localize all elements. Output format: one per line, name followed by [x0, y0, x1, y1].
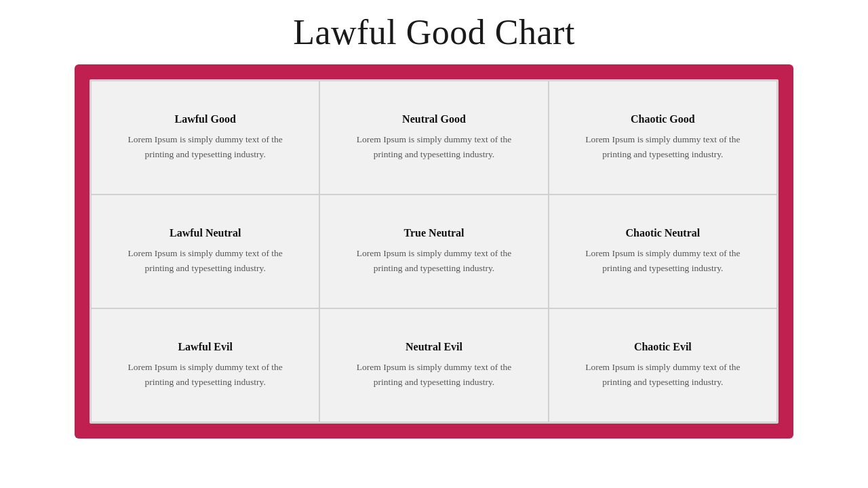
cell-lawful-evil: Lawful EvilLorem Ipsum is simply dummy t…	[91, 308, 319, 422]
outer-frame: Lawful GoodLorem Ipsum is simply dummy t…	[75, 64, 793, 439]
cell-title-chaotic-evil: Chaotic Evil	[634, 341, 692, 353]
cell-chaotic-neutral: Chaotic NeutralLorem Ipsum is simply dum…	[549, 195, 777, 308]
alignment-grid: Lawful GoodLorem Ipsum is simply dummy t…	[90, 79, 778, 424]
cell-body-chaotic-good: Lorem Ipsum is simply dummy text of the …	[574, 132, 751, 161]
cell-body-chaotic-neutral: Lorem Ipsum is simply dummy text of the …	[574, 246, 751, 275]
cell-body-lawful-good: Lorem Ipsum is simply dummy text of the …	[117, 132, 294, 161]
cell-title-neutral-evil: Neutral Evil	[406, 341, 462, 353]
cell-neutral-evil: Neutral EvilLorem Ipsum is simply dummy …	[319, 308, 548, 422]
cell-chaotic-evil: Chaotic EvilLorem Ipsum is simply dummy …	[549, 308, 777, 422]
cell-lawful-neutral: Lawful NeutralLorem Ipsum is simply dumm…	[91, 195, 319, 308]
cell-body-lawful-neutral: Lorem Ipsum is simply dummy text of the …	[117, 246, 294, 275]
cell-neutral-good: Neutral GoodLorem Ipsum is simply dummy …	[319, 81, 548, 195]
cell-title-lawful-evil: Lawful Evil	[178, 341, 232, 353]
cell-body-lawful-evil: Lorem Ipsum is simply dummy text of the …	[117, 360, 294, 389]
cell-title-chaotic-good: Chaotic Good	[631, 113, 695, 125]
cell-chaotic-good: Chaotic GoodLorem Ipsum is simply dummy …	[549, 81, 777, 195]
cell-body-neutral-evil: Lorem Ipsum is simply dummy text of the …	[346, 360, 522, 389]
cell-body-chaotic-evil: Lorem Ipsum is simply dummy text of the …	[574, 360, 751, 389]
cell-body-neutral-good: Lorem Ipsum is simply dummy text of the …	[346, 132, 522, 161]
cell-lawful-good: Lawful GoodLorem Ipsum is simply dummy t…	[91, 81, 319, 195]
cell-title-neutral-good: Neutral Good	[402, 113, 466, 125]
cell-title-chaotic-neutral: Chaotic Neutral	[625, 227, 700, 239]
page-title: Lawful Good Chart	[293, 12, 575, 52]
cell-title-lawful-good: Lawful Good	[175, 113, 236, 125]
cell-body-true-neutral: Lorem Ipsum is simply dummy text of the …	[346, 246, 522, 275]
cell-title-lawful-neutral: Lawful Neutral	[170, 227, 241, 239]
cell-true-neutral: True NeutralLorem Ipsum is simply dummy …	[319, 195, 548, 308]
cell-title-true-neutral: True Neutral	[403, 227, 464, 239]
